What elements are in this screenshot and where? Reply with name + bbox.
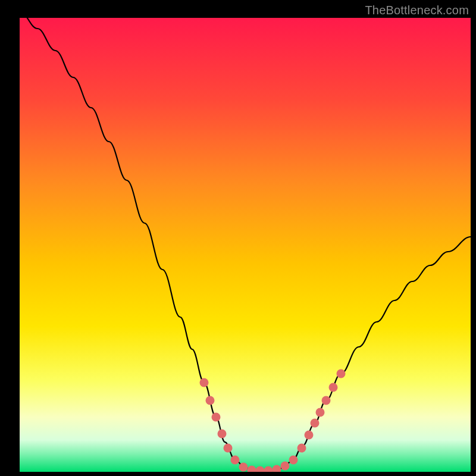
marker-dot xyxy=(218,430,227,439)
watermark-text: TheBottleneck.com xyxy=(365,4,469,17)
marker-dot xyxy=(212,413,221,422)
marker-dot xyxy=(200,378,209,387)
marker-dot xyxy=(322,396,331,405)
marker-dot xyxy=(298,444,306,453)
gradient-background xyxy=(20,18,471,472)
marker-dot xyxy=(206,396,215,405)
marker-dot xyxy=(337,369,346,378)
marker-dot xyxy=(289,456,298,465)
marker-dot xyxy=(224,444,233,453)
marker-dot xyxy=(329,383,338,392)
chart-svg xyxy=(20,18,471,472)
marker-dot xyxy=(239,463,248,472)
marker-dot xyxy=(281,462,290,471)
marker-dot xyxy=(311,419,320,428)
marker-dot xyxy=(231,456,240,465)
marker-dot xyxy=(305,431,314,440)
bottleneck-curve-chart xyxy=(20,18,471,472)
marker-dot xyxy=(316,408,325,417)
